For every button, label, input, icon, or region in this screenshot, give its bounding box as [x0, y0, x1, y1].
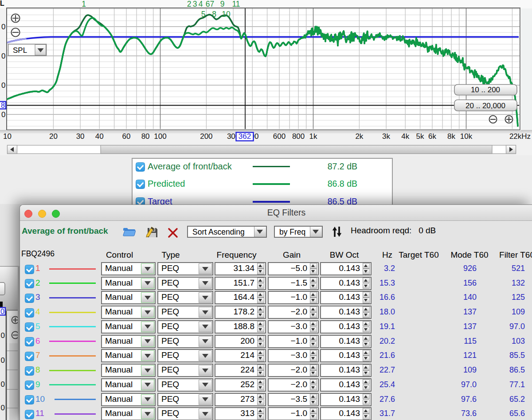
svg-text:0: 0: [1, 356, 5, 365]
svg-text:5k: 5k: [416, 132, 424, 141]
svg-text:80: 80: [141, 132, 150, 141]
svg-text:0: 0: [1, 23, 5, 31]
svg-text:100: 100: [154, 132, 166, 141]
svg-text:10k: 10k: [460, 132, 473, 141]
svg-text:0: 0: [0, 308, 4, 315]
svg-text:10 .. 200: 10 .. 200: [471, 86, 500, 94]
svg-text:9: 9: [220, 0, 225, 8]
svg-text:200: 200: [200, 132, 212, 141]
svg-text:L: L: [0, 0, 4, 7]
svg-text:0: 0: [1, 380, 5, 389]
svg-text:800: 800: [292, 132, 305, 141]
svg-text:3k: 3k: [382, 132, 390, 141]
svg-text:11: 11: [232, 0, 240, 8]
svg-text:0: 0: [1, 52, 5, 60]
svg-text:40: 40: [95, 132, 104, 141]
svg-text:8k: 8k: [447, 132, 455, 141]
svg-text:362: 362: [239, 132, 251, 141]
svg-text:6k: 6k: [428, 132, 436, 141]
svg-text:4: 4: [199, 0, 203, 8]
svg-text:8: 8: [212, 10, 216, 19]
svg-text:8: 8: [1, 102, 5, 109]
svg-text:20 .. 20,000: 20 .. 20,000: [466, 102, 505, 110]
svg-text:4k: 4k: [401, 132, 409, 141]
svg-text:3: 3: [193, 0, 197, 8]
svg-text:0: 0: [1, 110, 5, 119]
svg-text:5: 5: [201, 10, 206, 19]
svg-text:22kHz: 22kHz: [509, 132, 531, 141]
svg-text:0: 0: [1, 404, 5, 412]
svg-text:2: 2: [187, 0, 192, 8]
svg-text:1k: 1k: [309, 132, 317, 141]
svg-text:0: 0: [1, 331, 5, 340]
svg-text:SPL: SPL: [13, 46, 27, 55]
svg-text:30: 30: [76, 132, 85, 141]
svg-text:1: 1: [82, 0, 86, 8]
svg-text:60: 60: [122, 132, 131, 141]
svg-text:67: 67: [206, 0, 214, 8]
svg-text:0: 0: [1, 81, 5, 90]
svg-text:2k: 2k: [355, 132, 363, 141]
svg-text:10: 10: [3, 132, 12, 141]
svg-text:600: 600: [273, 132, 286, 141]
svg-text:10: 10: [222, 10, 231, 19]
svg-text:20: 20: [49, 132, 58, 141]
